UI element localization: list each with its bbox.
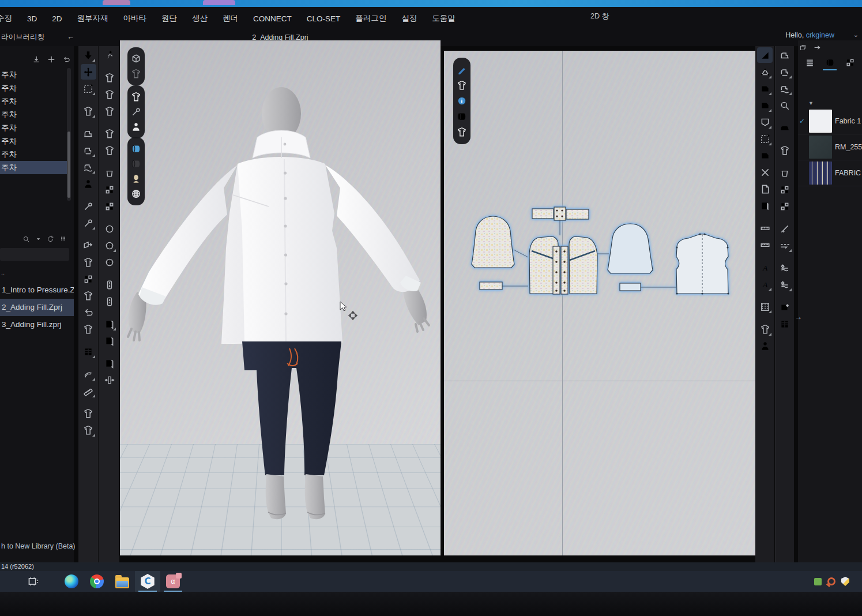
pin-sketch-icon[interactable] — [129, 105, 143, 119]
head-icon[interactable] — [129, 172, 143, 186]
frame-icon[interactable] — [101, 316, 117, 332]
sewing-machine-icon[interactable] — [777, 47, 793, 63]
button-lock-icon[interactable] — [101, 254, 117, 270]
edit-curve-icon[interactable] — [757, 81, 773, 96]
text-a2-icon[interactable] — [757, 276, 773, 292]
elastic-vertical-icon[interactable] — [777, 260, 793, 276]
select-move-icon[interactable] — [81, 64, 96, 80]
shirt-check2-icon[interactable] — [777, 198, 793, 214]
pin-icon[interactable] — [81, 198, 96, 214]
clo-app-icon[interactable]: C — [135, 571, 160, 592]
zipper-pull-icon[interactable] — [101, 294, 117, 309]
menu-settings[interactable]: 설정 — [401, 13, 417, 24]
menu-fabric[interactable]: 원단 — [161, 13, 177, 24]
drape-garment-icon[interactable] — [81, 103, 96, 119]
button-small-icon[interactable] — [101, 221, 117, 236]
file-item[interactable]: 3_Adding Fill.zprj — [0, 316, 74, 333]
viewport-2d[interactable] — [444, 51, 755, 555]
measure-icon[interactable] — [757, 237, 773, 253]
dotted-pattern-icon[interactable] — [757, 131, 773, 147]
button-icon[interactable] — [101, 238, 117, 253]
fabric-dark-icon[interactable] — [129, 157, 143, 171]
scene-list-icon[interactable] — [803, 55, 816, 70]
shirt-tape-icon[interactable] — [81, 405, 96, 421]
menu-plugin[interactable]: 플러그인 — [355, 13, 386, 24]
avatar-show-icon[interactable] — [129, 120, 143, 134]
segment-sew-icon[interactable] — [81, 126, 96, 141]
line-dash-icon[interactable] — [777, 238, 793, 253]
transform-pattern-icon[interactable] — [757, 47, 773, 63]
person-garment-icon[interactable] — [757, 338, 773, 354]
globe-icon[interactable] — [129, 187, 143, 201]
ruler-vertical-icon[interactable] — [757, 220, 773, 236]
polygon-pattern-icon[interactable] — [757, 114, 773, 130]
viewport-3d[interactable] — [120, 40, 441, 555]
pattern-placket-left[interactable] — [553, 246, 560, 294]
segment-sewing-icon[interactable] — [777, 64, 793, 80]
pattern-cuff-right[interactable] — [620, 283, 641, 291]
texture-add-icon[interactable] — [777, 299, 793, 315]
new-library-beta-link[interactable]: h to New Library (Beta) — [1, 542, 76, 550]
stitch-shirt-2-icon[interactable] — [101, 87, 117, 102]
fabric-swatch[interactable] — [809, 110, 832, 133]
caret-down-icon[interactable] — [35, 236, 42, 242]
pattern-shape-icon[interactable] — [757, 97, 773, 113]
menu-closet[interactable]: CLO-SET — [307, 14, 341, 23]
list-item[interactable]: 주차 — [0, 121, 70, 134]
seam-panel-icon[interactable] — [757, 198, 773, 213]
fabric-row[interactable]: ✓ Fabric 1 — [798, 108, 862, 134]
garment-sleeve-left[interactable] — [138, 165, 238, 304]
garment-needle-icon[interactable] — [757, 321, 773, 337]
avatar-pants[interactable] — [242, 341, 341, 475]
file-item-selected[interactable]: 2_Adding Fill.Zprj — [0, 299, 74, 316]
list-item[interactable]: 주차 — [0, 148, 70, 161]
search-tray-icon[interactable] — [827, 577, 835, 585]
pattern-collar-right[interactable] — [566, 209, 589, 219]
pen-hammer-icon[interactable] — [455, 63, 469, 77]
menu-avatar[interactable]: 아바타 — [123, 13, 147, 24]
pleat-box-icon[interactable] — [777, 316, 793, 332]
free-sew-icon[interactable] — [81, 142, 96, 158]
avatar-3d[interactable] — [120, 40, 441, 555]
stitch-shirt-1-icon[interactable] — [101, 70, 117, 85]
fabric-tab-icon[interactable] — [823, 55, 837, 70]
text-a-icon[interactable] — [757, 260, 773, 275]
line-slash-icon[interactable] — [777, 221, 793, 236]
texture-shirt-icon[interactable] — [101, 182, 117, 197]
pattern-placket-right[interactable] — [561, 246, 568, 294]
download-icon[interactable] — [32, 55, 40, 63]
zipper-icon[interactable] — [101, 277, 117, 292]
stitch-shirt-3-icon[interactable] — [101, 103, 117, 119]
menu-materials[interactable]: 원부자재 — [77, 13, 108, 24]
trace-icon[interactable] — [757, 181, 773, 197]
list-item[interactable]: 주차 — [0, 68, 70, 81]
jacket-rotate-icon[interactable] — [81, 305, 96, 320]
garment-show-icon[interactable] — [129, 90, 143, 104]
avatar-pose-icon[interactable] — [101, 47, 117, 63]
fabric-garment-icon[interactable] — [81, 254, 96, 270]
hardware-up-icon[interactable] — [81, 344, 96, 359]
shirt-check-icon[interactable] — [777, 182, 793, 197]
shirt-arrow-icon[interactable] — [777, 142, 793, 158]
select-box-icon[interactable] — [81, 81, 96, 96]
library-scrollbar[interactable] — [67, 68, 71, 201]
arrow-right-icon[interactable] — [814, 44, 821, 51]
pattern-pieces[interactable] — [444, 51, 755, 555]
fabric-row[interactable]: FABRIC 1 — [798, 160, 862, 186]
detail-sew-icon[interactable] — [81, 159, 96, 175]
pattern-collar-placket[interactable] — [554, 207, 566, 220]
ruler-icon[interactable] — [81, 383, 96, 399]
pattern-collar-left[interactable] — [532, 209, 554, 219]
texture-shirt-solid-icon[interactable] — [101, 198, 117, 214]
list-item[interactable]: 주차 — [0, 95, 70, 108]
chrome-icon[interactable] — [84, 571, 110, 592]
panel-expand-arrow-icon[interactable]: → — [795, 313, 802, 321]
file-item[interactable]: 1_Intro to Pressure.Zp — [0, 281, 74, 299]
grid-view-icon[interactable] — [59, 235, 67, 243]
shirt-dots-icon[interactable] — [777, 165, 793, 181]
menu-edit[interactable]: 수정 — [0, 13, 12, 24]
collapse-left-icon[interactable]: ← — [67, 32, 74, 41]
shirt-m-icon[interactable] — [455, 125, 469, 139]
pattern-sleeve-right[interactable] — [608, 224, 653, 273]
pattern-cuff-left[interactable] — [480, 282, 502, 290]
